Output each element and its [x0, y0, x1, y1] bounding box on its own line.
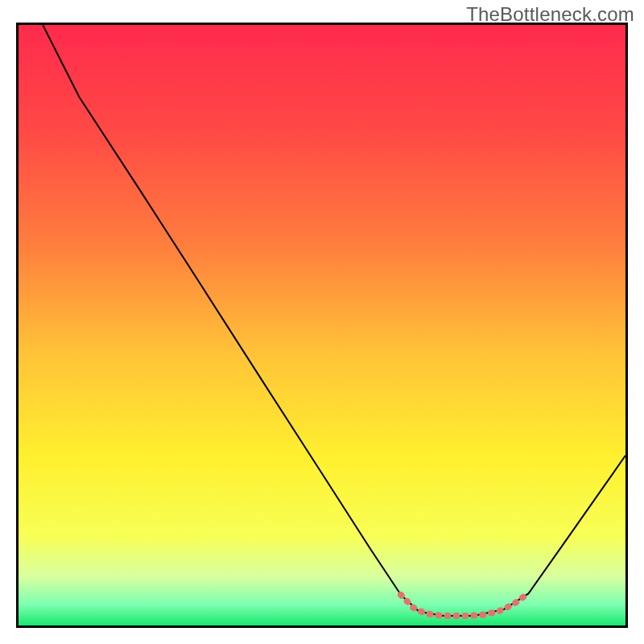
plot-area	[16, 23, 628, 628]
line-layer	[19, 25, 625, 625]
optimal-range-marker	[401, 595, 526, 616]
bottleneck-curve	[43, 25, 625, 616]
chart-frame: TheBottleneck.com	[0, 0, 644, 644]
